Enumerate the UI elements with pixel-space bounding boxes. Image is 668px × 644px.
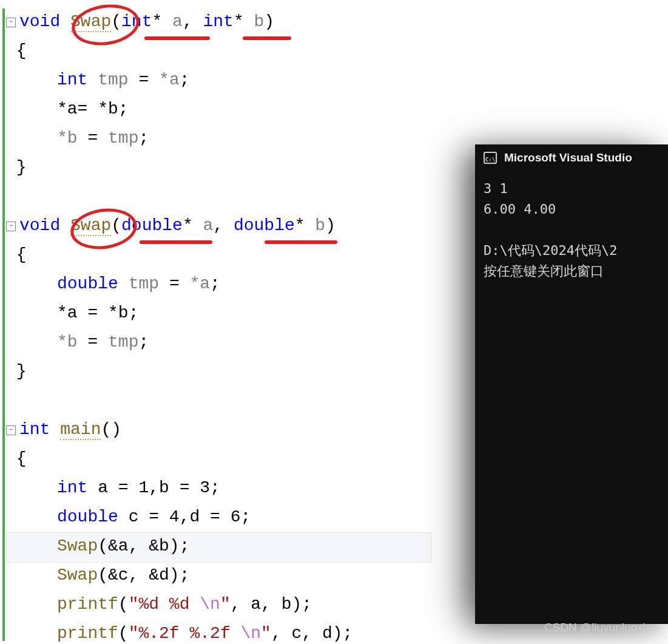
deref-b: *b <box>57 129 78 147</box>
param-b: b <box>254 12 265 31</box>
var-tmp: tmp <box>108 333 138 351</box>
out-line-4: 按任意键关闭此窗口 <box>484 263 604 279</box>
stmt: *a = *b; <box>57 303 138 322</box>
func-name-swap-2: Swap <box>70 216 111 236</box>
type-int: int <box>203 12 234 31</box>
args: , c, d); <box>271 624 353 643</box>
call-printf-1: printf <box>57 595 118 614</box>
stmt: *a= *b; <box>57 100 129 118</box>
type-int: int <box>57 70 87 89</box>
out-line-2: 6.00 4.00 <box>484 202 556 217</box>
string-literal: "%.2f %.2f <box>129 624 241 643</box>
call-args: (&c, &d); <box>98 566 189 585</box>
param-a: a <box>203 216 214 235</box>
fold-toggle[interactable]: − <box>6 425 16 435</box>
call-printf-2: printf <box>57 624 118 643</box>
paren: ( <box>118 595 129 614</box>
type-int: int <box>121 12 152 31</box>
deref-b: *b <box>57 333 78 351</box>
decl-int-vars: a = 1,b = 3; <box>87 478 220 497</box>
type-double: double <box>234 216 295 235</box>
type-int: int <box>57 478 87 497</box>
param-a: a <box>172 12 183 31</box>
func-name-swap-1: Swap <box>70 12 111 32</box>
deref-a: *a <box>190 274 211 293</box>
string-literal: " <box>261 624 271 643</box>
escape-seq: \n <box>200 595 220 614</box>
deref-a: *a <box>159 70 180 89</box>
func-name-main: main <box>60 420 101 440</box>
console-icon <box>484 152 497 164</box>
console-titlebar[interactable]: Microsoft Visual Studio <box>475 144 668 171</box>
call-swap-1: Swap <box>57 537 98 555</box>
fold-toggle[interactable]: − <box>6 222 16 231</box>
args: , a, b); <box>231 595 312 614</box>
var-tmp: tmp <box>129 274 159 293</box>
decl-dbl-vars: c = 4,d = 6; <box>118 507 251 526</box>
type-double: double <box>57 507 118 526</box>
escape-seq: \n <box>241 624 261 643</box>
fold-toggle[interactable]: − <box>6 18 16 27</box>
call-swap-2: Swap <box>57 566 98 585</box>
keyword-void: void <box>19 216 60 235</box>
watermark: CSDN @liuyunluoxiao <box>544 621 658 634</box>
string-literal: " <box>220 595 231 614</box>
debug-console-window[interactable]: Microsoft Visual Studio 3 1 6.00 4.00 D:… <box>475 144 668 624</box>
var-tmp: tmp <box>108 129 138 147</box>
keyword-int: int <box>19 420 50 439</box>
param-b: b <box>315 216 325 235</box>
out-line-3: D:\代码\2024代码\2 <box>484 243 617 258</box>
console-title: Microsoft Visual Studio <box>504 151 632 164</box>
paren: ( <box>118 624 129 643</box>
var-tmp: tmp <box>98 70 128 89</box>
call-args: (&a, &b); <box>98 537 189 555</box>
string-literal: "%d %d <box>129 595 200 614</box>
type-double: double <box>121 216 183 235</box>
out-line-1: 3 1 <box>484 181 508 196</box>
keyword-void: void <box>19 12 60 31</box>
console-output: 3 1 6.00 4.00 D:\代码\2024代码\2 按任意键关闭此窗口 <box>475 171 668 289</box>
type-double: double <box>57 274 118 293</box>
